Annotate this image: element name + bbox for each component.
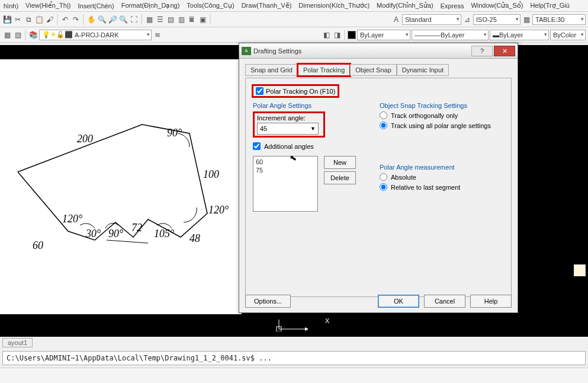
polar-measurement-heading: Polar Angle measurement: [380, 164, 504, 171]
tab-polar-tracking[interactable]: Polar Tracking: [298, 64, 350, 76]
new-button[interactable]: New: [324, 156, 356, 169]
zoom-icon[interactable]: 🔍: [97, 15, 107, 24]
dim-style-dropdown[interactable]: ISO-25: [473, 14, 520, 25]
tool-icon[interactable]: ▣: [198, 15, 207, 24]
command-line[interactable]: C:\Users\ADMINI~1\AppData\Local\Temp\Dra…: [2, 351, 586, 365]
layer-manager-icon[interactable]: 📚: [28, 30, 38, 40]
app-icon: A: [242, 47, 251, 55]
help-button[interactable]: Help: [470, 295, 512, 308]
dim-label: 90°: [108, 228, 123, 240]
menu-item[interactable]: Tools(Công_Cụ): [187, 2, 234, 9]
color-dropdown[interactable]: ByLayer: [357, 30, 410, 40]
svg-line-0: [107, 240, 148, 243]
copy-icon[interactable]: ⧉: [24, 15, 33, 24]
polar-tracking-toggle-highlight: Polar Tracking On (F10): [252, 84, 339, 98]
layout-tab[interactable]: ayout1: [2, 338, 33, 347]
menu-bar: hình) View(Hiển_Thị) Insert(Chèn) Format…: [0, 0, 588, 12]
dim-label: 105°: [154, 228, 174, 240]
redo-icon[interactable]: ↷: [71, 15, 81, 24]
menu-item[interactable]: View(Hiển_Thị): [25, 2, 70, 9]
dim-label: 200: [77, 133, 93, 145]
tab-object-snap[interactable]: Object Snap: [350, 64, 397, 76]
polar-angle-heading: Polar Angle Settings: [253, 102, 371, 109]
ok-button[interactable]: OK: [378, 295, 419, 308]
color-swatch[interactable]: [348, 31, 356, 39]
track-all-radio[interactable]: [380, 122, 387, 129]
menu-item[interactable]: hình): [4, 2, 18, 9]
tool-icon[interactable]: ▥: [176, 15, 186, 24]
dialog-titlebar[interactable]: A Drafting Settings ? ✕: [239, 43, 518, 59]
options-button[interactable]: Options...: [245, 295, 291, 308]
menu-item[interactable]: Dimension(Kích_Thước): [298, 2, 369, 9]
relative-radio[interactable]: [380, 183, 387, 191]
dim-label: 72: [131, 222, 142, 234]
pan-icon[interactable]: ✋: [86, 15, 96, 24]
toolbar-layers: ▦ ▧ 📚 💡☀🔓⬛ A-PROJ-DARK ≋ ◧ ◨ ByLayer ———…: [0, 27, 588, 43]
tool-icon[interactable]: ▤: [166, 15, 175, 24]
dim-label: 48: [189, 232, 200, 244]
plotstyle-dropdown[interactable]: ByColor: [550, 30, 586, 40]
zoom-out-icon[interactable]: 🔍: [118, 15, 128, 24]
toolbar-standard: 💾 ✂ ⧉ 📋 🖌 ↶ ↷ ✋ 🔍 🔎 🔍 ⛶ ▦ ☰ ▤ ▥ 🖩 ▣ A St…: [0, 12, 588, 27]
ucs-icon: X: [275, 318, 329, 333]
layer-state-icon[interactable]: ◧: [322, 30, 331, 40]
zoom-window-icon[interactable]: ⛶: [129, 15, 139, 24]
table-style-dropdown[interactable]: TABLE:30: [532, 14, 586, 25]
absolute-radio[interactable]: [380, 173, 387, 181]
cursor-icon: ⬉: [289, 152, 298, 163]
tab-dynamic-input[interactable]: Dynamic Input: [397, 64, 449, 76]
layer-tool-icon[interactable]: ≋: [153, 30, 162, 40]
dim-label: 100: [203, 168, 219, 180]
menu-item[interactable]: Format(Định_Dạng): [121, 2, 180, 9]
undo-icon[interactable]: ↶: [60, 15, 70, 24]
dim-label: 120°: [208, 204, 229, 216]
tab-snap-grid[interactable]: Snap and Grid: [245, 64, 298, 76]
save-icon[interactable]: 💾: [2, 15, 12, 24]
additional-angles-list[interactable]: 60 75: [253, 156, 318, 212]
tool-icon[interactable]: ▦: [2, 30, 12, 40]
svg-marker-4: [305, 327, 309, 331]
menu-item[interactable]: Help(Trợ_Giú: [530, 2, 570, 9]
cut-icon[interactable]: ✂: [13, 15, 23, 24]
properties-icon[interactable]: ☰: [155, 15, 165, 24]
delete-button[interactable]: Delete: [324, 171, 356, 184]
increment-angle-highlight: Increment angle: 45▼: [253, 111, 325, 138]
dialog-tabs: Snap and Grid Polar Tracking Object Snap…: [245, 63, 512, 75]
paste-icon[interactable]: 📋: [34, 15, 44, 24]
tool-icon[interactable]: ◨: [332, 30, 342, 40]
paint-icon[interactable]: 🖌: [45, 15, 54, 24]
dim-label: 30°: [85, 228, 101, 240]
additional-angles-label: Additional angles: [264, 143, 314, 150]
menu-item[interactable]: Draw(Thanh_Vẽ): [242, 2, 292, 9]
dialog-title: Drafting Settings: [251, 47, 470, 55]
menu-item[interactable]: Modify(Chỉnh_Sửa): [377, 2, 433, 9]
layer-dropdown[interactable]: 💡☀🔓⬛ A-PROJ-DARK: [39, 30, 152, 40]
layers-icon[interactable]: ▦: [144, 15, 154, 24]
menu-item[interactable]: Window(Cửa_Sổ): [471, 2, 523, 9]
tool-icon[interactable]: ▧: [13, 30, 23, 40]
increment-angle-dropdown[interactable]: 45▼: [257, 123, 319, 135]
linetype-dropdown[interactable]: ———— ByLayer: [412, 30, 489, 40]
text-style-icon[interactable]: A: [391, 15, 401, 24]
list-item[interactable]: 60: [256, 158, 315, 166]
additional-angles-checkbox[interactable]: [253, 142, 261, 150]
zoom-in-icon[interactable]: 🔎: [108, 15, 117, 24]
tool-icon[interactable]: [574, 264, 586, 276]
menu-item[interactable]: Express: [441, 2, 464, 9]
cancel-button[interactable]: Cancel: [424, 295, 465, 308]
table-style-icon[interactable]: ▦: [522, 15, 531, 24]
calculator-icon[interactable]: 🖩: [187, 15, 197, 24]
dim-label: 90°: [167, 127, 182, 139]
polar-tracking-checkbox[interactable]: [256, 87, 264, 95]
text-style-dropdown[interactable]: Standard: [402, 14, 461, 25]
list-item[interactable]: 75: [256, 166, 315, 174]
track-ortho-radio[interactable]: [380, 111, 387, 119]
drawing-figure: 200 90° 100 120° 120° 30° 90° 72 105° 48…: [0, 59, 242, 314]
lineweight-dropdown[interactable]: ▬ ByLayer: [490, 30, 549, 40]
close-icon[interactable]: ✕: [494, 46, 515, 56]
status-bar: [0, 368, 588, 383]
dim-label: 60: [33, 240, 43, 251]
menu-item[interactable]: Insert(Chèn): [78, 2, 114, 9]
dim-style-icon[interactable]: ⊿: [462, 15, 472, 24]
help-icon[interactable]: ?: [471, 46, 493, 56]
